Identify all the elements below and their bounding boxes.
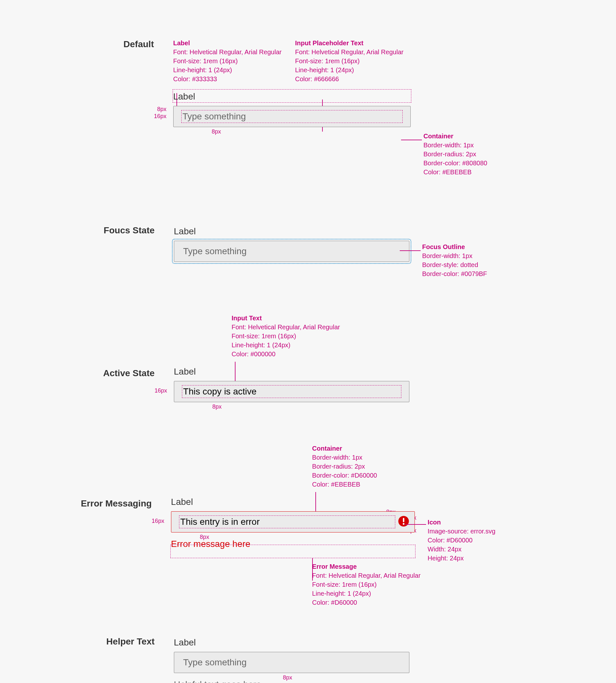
state-title-focus: Foucs State [80,225,174,236]
input-value: This copy is active [183,386,257,397]
input-container-active[interactable]: This copy is active [174,381,410,402]
input-container-helper[interactable]: Type something [174,652,410,673]
input-placeholder: Type something [183,657,247,667]
input-placeholder: Type something [183,246,247,256]
redline-16px: 16px [152,518,164,525]
redline-8px: 8px [157,106,167,113]
input-container-error[interactable]: This entry is in error [171,511,415,532]
callout-error-icon: Icon Image-source: error.svg Color: #D60… [428,518,565,563]
field-label: Label [174,636,410,649]
callout-error-message: Error Message Font: Helvetical Regular, … [312,562,428,607]
row-focus: Foucs State Label Type something Focus O… [80,225,565,278]
state-title-error: Error Messaging [80,444,171,509]
callout-label: Label Font: Helvetical Regular, Arial Re… [173,39,282,83]
row-helper: Helper Text Label Type something 8px Hel… [80,636,565,683]
row-active: Active State Input Text Font: Helvetical… [80,314,565,402]
input-value: This entry is in error [180,517,260,527]
field-label: Label [174,225,410,238]
redline-16px: 16px [155,387,167,394]
row-error: Error Messaging Container Border-width: … [80,444,565,607]
row-default: Default Label Font: Helvetical Regular, … [80,39,565,176]
state-title-default: Default [80,39,173,49]
callout-input-text: Input Text Font: Helvetical Regular, Ari… [232,314,347,359]
input-container-default[interactable]: Type something [173,106,411,127]
redline-8px: 8px [212,128,221,135]
redline-8px: 8px [213,403,222,410]
error-message: Error message here [171,539,415,549]
error-icon [398,515,410,528]
callout-error-container: Container Border-width: 1px Border-radiu… [312,444,415,489]
field-label: Label [171,495,415,509]
field-label: Label [174,365,410,379]
redline-16px: 16px [154,113,167,120]
field-label: Label [173,90,411,103]
callout-container: Container Border-width: 1px Border-radiu… [423,132,565,176]
input-placeholder: Type something [182,111,246,121]
callout-focus-outline: Focus Outline Border-width: 1px Border-s… [422,242,565,278]
state-title-helper: Helper Text [80,636,174,647]
state-title-active: Active State [80,314,174,379]
svg-rect-1 [403,518,404,522]
input-container-focus[interactable]: Type something [174,241,410,262]
spec-canvas: Default Label Font: Helvetical Regular, … [0,0,616,683]
callout-placeholder: Input Placeholder Text Font: Helvetical … [295,39,411,83]
svg-point-2 [403,523,404,525]
helper-text: Helpful text goes here [174,680,410,683]
